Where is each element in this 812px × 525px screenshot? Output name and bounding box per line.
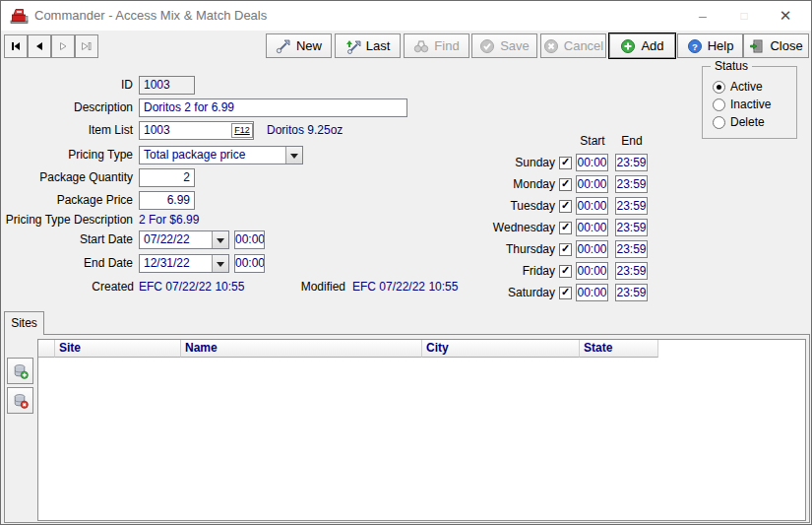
nav-prev-button[interactable] — [28, 34, 51, 58]
day-checkbox-friday[interactable] — [559, 265, 572, 278]
day-end-wednesday[interactable]: 23:59 — [615, 219, 648, 236]
database-add-icon — [13, 363, 29, 379]
day-start-tuesday[interactable]: 00:00 — [576, 197, 608, 215]
status-option-active[interactable]: Active — [713, 80, 763, 94]
close-button[interactable]: Close — [743, 33, 809, 58]
save-button-label: Save — [500, 38, 530, 53]
day-end-sunday[interactable]: 23:59 — [615, 154, 648, 171]
commander-window: Commander - Access Mix & Match Deals – □… — [0, 0, 812, 525]
cancel-button: Cancel — [540, 33, 606, 58]
package-price-field[interactable]: 6.99 — [139, 191, 195, 210]
modified-value: EFC 07/22/22 10:55 — [352, 281, 458, 294]
cash-register-icon — [10, 7, 29, 25]
package-price-label: Package Price — [1, 191, 133, 210]
chevron-down-icon[interactable] — [212, 231, 228, 248]
item-list-label: Item List — [1, 121, 133, 140]
radio-delete-label: Delete — [730, 115, 765, 129]
database-delete-icon — [13, 393, 29, 409]
day-start-sunday[interactable]: 00:00 — [576, 154, 608, 171]
day-end-thursday[interactable]: 23:59 — [615, 240, 648, 258]
new-button[interactable]: New — [266, 33, 332, 58]
column-header-name[interactable]: Name — [181, 340, 422, 358]
key-new-icon — [276, 38, 291, 54]
new-button-label: New — [296, 38, 322, 53]
chevron-down-icon[interactable] — [285, 147, 302, 164]
save-button: Save — [471, 33, 537, 58]
help-button-label: Help — [708, 38, 734, 53]
binoculars-icon — [413, 38, 429, 54]
cancel-x-icon — [543, 38, 559, 54]
nav-first-button[interactable] — [4, 34, 28, 58]
day-start-friday[interactable]: 00:00 — [576, 262, 608, 280]
package-quantity-field[interactable]: 2 — [139, 168, 195, 187]
key-last-icon — [345, 38, 361, 54]
start-date-value: 07/22/22 — [144, 232, 190, 246]
minimize-button[interactable]: – — [683, 1, 722, 31]
start-date-select[interactable]: 07/22/22 — [139, 230, 229, 249]
find-button: Find — [404, 33, 469, 58]
id-field: 1003 — [139, 76, 195, 95]
start-time-field[interactable]: 00:00 — [234, 230, 265, 249]
package-quantity-label: Package Quantity — [1, 168, 133, 187]
schedule-end-header: End — [615, 134, 649, 148]
day-start-monday[interactable]: 00:00 — [576, 175, 608, 193]
day-start-wednesday[interactable]: 00:00 — [576, 219, 608, 236]
pricing-type-select[interactable]: Total package price — [139, 146, 303, 164]
help-question-icon: ? — [687, 38, 703, 54]
created-label: Created — [40, 281, 134, 294]
day-start-saturday[interactable]: 00:00 — [576, 284, 608, 301]
day-end-friday[interactable]: 23:59 — [615, 262, 648, 280]
day-checkbox-saturday[interactable] — [559, 287, 572, 299]
chevron-down-icon[interactable] — [212, 255, 228, 272]
end-time-field[interactable]: 00:00 — [234, 254, 265, 273]
radio-active[interactable] — [713, 81, 725, 94]
day-label-thursday: Thursday — [462, 240, 555, 258]
last-button[interactable]: Last — [335, 33, 401, 58]
day-checkbox-thursday[interactable] — [559, 243, 572, 256]
pricing-type-label: Pricing Type — [1, 146, 133, 164]
day-label-tuesday: Tuesday — [462, 197, 555, 215]
day-end-monday[interactable]: 23:59 — [615, 175, 648, 193]
day-checkbox-monday[interactable] — [559, 178, 572, 191]
prev-record-icon — [33, 40, 45, 52]
column-header-state[interactable]: State — [580, 340, 658, 358]
day-checkbox-wednesday[interactable] — [559, 222, 572, 234]
status-groupbox-label: Status — [711, 59, 752, 73]
sites-table-header: Site Name City State — [38, 340, 805, 358]
end-date-label: End Date — [1, 254, 133, 273]
radio-delete[interactable] — [713, 116, 725, 129]
f12-lookup-button[interactable]: F12 — [231, 123, 253, 138]
window-title: Commander - Access Mix & Match Deals — [34, 1, 267, 31]
close-button-label: Close — [770, 38, 802, 53]
site-add-button[interactable] — [7, 358, 33, 384]
day-start-thursday[interactable]: 00:00 — [576, 240, 608, 258]
day-end-saturday[interactable]: 23:59 — [615, 284, 648, 301]
description-field[interactable]: Doritos 2 for 6.99 — [139, 98, 407, 117]
svg-text:?: ? — [692, 40, 698, 51]
day-label-wednesday: Wednesday — [462, 219, 555, 236]
first-record-icon — [10, 40, 22, 52]
window-close-button[interactable]: ✕ — [766, 1, 805, 31]
sites-table[interactable]: Site Name City State — [37, 339, 806, 521]
status-option-delete[interactable]: Delete — [713, 115, 765, 129]
day-checkbox-sunday[interactable] — [559, 157, 572, 169]
column-header-selector — [38, 340, 55, 358]
pricing-type-description-value: 2 For $6.99 — [139, 213, 199, 227]
end-date-select[interactable]: 12/31/22 — [139, 254, 229, 273]
day-end-tuesday[interactable]: 23:59 — [615, 197, 648, 215]
radio-active-label: Active — [730, 80, 763, 94]
radio-inactive-label: Inactive — [730, 98, 771, 111]
pricing-type-value: Total package price — [144, 148, 245, 162]
status-option-inactive[interactable]: Inactive — [713, 98, 771, 111]
help-button[interactable]: ? Help — [677, 33, 743, 58]
column-header-site[interactable]: Site — [55, 340, 181, 358]
day-checkbox-tuesday[interactable] — [559, 200, 572, 213]
radio-inactive[interactable] — [713, 98, 725, 111]
pricing-type-description-label: Pricing Type Description — [1, 213, 133, 227]
site-delete-button[interactable] — [7, 387, 33, 414]
column-header-city[interactable]: City — [422, 340, 580, 358]
nav-next-button — [51, 34, 75, 58]
tab-sites[interactable]: Sites — [4, 311, 44, 335]
cancel-button-label: Cancel — [564, 38, 603, 53]
add-button[interactable]: Add — [609, 33, 675, 58]
